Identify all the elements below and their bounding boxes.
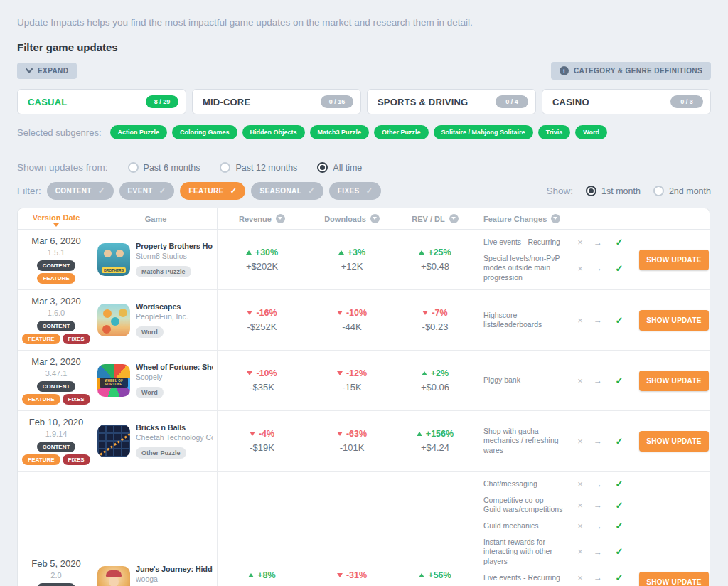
badge-content: CONTENT bbox=[37, 442, 76, 452]
feature-change-item: Shop with gacha mechanics / refreshing w… bbox=[483, 427, 632, 454]
show-update-button[interactable]: SHOW UPDATE bbox=[639, 250, 709, 270]
revenue-value: +$202K bbox=[246, 261, 278, 272]
subgenre-chip-other-puzzle[interactable]: Other Puzzle bbox=[374, 125, 429, 139]
feature-changes-cell: Chat/messaging×→✓Competitive co-op - Gui… bbox=[473, 472, 638, 586]
present-icon: ✓ bbox=[606, 375, 632, 386]
category-card-sports-driving[interactable]: SPORTS & DRIVING0 / 4 bbox=[367, 89, 536, 114]
check-icon: ✓ bbox=[366, 186, 373, 196]
column-header-label: REV / DL bbox=[412, 215, 444, 223]
column-header-rev-dl[interactable]: REV / DL bbox=[397, 208, 473, 229]
game-genre-chip: Match3 Puzzle bbox=[136, 266, 191, 277]
rev-dl-value: +$4.24 bbox=[421, 442, 449, 453]
subgenre-chip-match3-puzzle[interactable]: Match3 Puzzle bbox=[310, 125, 370, 139]
column-header-downloads[interactable]: Downloads bbox=[306, 208, 397, 229]
subgenre-chip-solitaire-mahjong-solitaire[interactable]: Solitaire / Mahjong Solitaire bbox=[434, 125, 533, 139]
subgenre-chip-trivia[interactable]: Trivia bbox=[538, 125, 571, 139]
time-filter-option-past-6-months[interactable]: Past 6 months bbox=[128, 162, 200, 173]
time-filter-option-past-12-months[interactable]: Past 12 months bbox=[220, 162, 297, 173]
property-brothers-icon bbox=[97, 243, 130, 276]
version-date-cell: Feb 5, 20202.0CONTENTFEATURE bbox=[18, 472, 95, 586]
revenue-percent: +8% bbox=[257, 570, 275, 580]
show-month-group: Show: 1st month2nd month bbox=[547, 186, 712, 196]
subgenre-chip-hidden-objects[interactable]: Hidden Objects bbox=[242, 125, 305, 139]
game-genre-chip: Word bbox=[136, 326, 164, 338]
definitions-button[interactable]: i CATEGORY & GENRE DEFINITIONS bbox=[551, 62, 711, 80]
filter-funnel-icon[interactable] bbox=[449, 214, 459, 223]
game-name[interactable]: Wordscapes bbox=[136, 302, 188, 311]
revenue-value: -$19K bbox=[250, 442, 274, 453]
filter-funnel-icon[interactable] bbox=[370, 214, 380, 223]
absent-icon: × bbox=[571, 521, 589, 531]
version-date-cell: Mar 6, 20201.5.1CONTENTFEATURE bbox=[18, 230, 95, 289]
trend-down-icon bbox=[337, 432, 343, 436]
show-update-button[interactable]: SHOW UPDATE bbox=[639, 431, 709, 452]
feature-label: Piggy bank bbox=[483, 375, 571, 385]
show-month-option-1st-month[interactable]: 1st month bbox=[586, 186, 641, 196]
feature-label: Shop with gacha mechanics / refreshing w… bbox=[483, 427, 571, 454]
actions-cell: SHOW UPDATE bbox=[638, 230, 710, 289]
feature-label: Competitive co-op - Guild wars/competiti… bbox=[483, 496, 571, 514]
show-update-button[interactable]: SHOW UPDATE bbox=[639, 310, 709, 331]
game-name[interactable]: Bricks n Balls bbox=[136, 423, 213, 432]
game-name[interactable]: Property Brothers Home... bbox=[136, 242, 213, 250]
downloads-cell: -31%-32K bbox=[306, 472, 397, 586]
badge-content: CONTENT bbox=[37, 321, 76, 331]
intro-text: Update Impacts helps you find the most i… bbox=[17, 17, 711, 28]
update-date: Feb 5, 2020 bbox=[31, 558, 80, 569]
subgenre-chip-word[interactable]: Word bbox=[575, 125, 607, 139]
arrow-icon: → bbox=[589, 263, 606, 273]
subgenre-chip-action-puzzle[interactable]: Action Puzzle bbox=[110, 125, 168, 139]
column-header-feature-changes[interactable]: Feature Changes bbox=[473, 208, 638, 229]
filter-funnel-icon[interactable] bbox=[551, 214, 560, 223]
game-name[interactable]: June's Journey: Hidden ... bbox=[136, 565, 213, 573]
category-cards: CASUAL8 / 29MID-CORE0 / 16SPORTS & DRIVI… bbox=[17, 89, 711, 114]
filter-chip-feature[interactable]: FEATURE✓ bbox=[180, 182, 245, 200]
column-header-label: Game bbox=[145, 215, 167, 223]
filter-chip-label: CONTENT bbox=[55, 187, 92, 195]
arrow-icon: → bbox=[589, 375, 606, 385]
absent-icon: × bbox=[571, 237, 589, 247]
filter-chip-content[interactable]: CONTENT✓ bbox=[47, 182, 114, 200]
trend-down-icon bbox=[337, 573, 343, 577]
show-month-option-2nd-month[interactable]: 2nd month bbox=[653, 186, 711, 196]
version-number: 1.6.0 bbox=[48, 309, 65, 317]
trend-down-icon bbox=[337, 371, 343, 375]
column-header-revenue[interactable]: Revenue bbox=[217, 208, 306, 229]
absent-icon: × bbox=[571, 546, 589, 557]
revenue-value: -$35K bbox=[250, 382, 274, 393]
downloads-percent: +3% bbox=[348, 247, 365, 257]
game-name[interactable]: Wheel of Fortune: Show... bbox=[136, 363, 213, 371]
filter-funnel-icon[interactable] bbox=[276, 214, 285, 223]
feature-changes-cell: Shop with gacha mechanics / refreshing w… bbox=[473, 411, 638, 471]
game-cell: WordscapesPeopleFun, Inc.Word bbox=[95, 290, 217, 350]
show-update-button[interactable]: SHOW UPDATE bbox=[639, 371, 709, 391]
feature-change-item: Live events - Recurring×→✓ bbox=[483, 237, 632, 247]
feature-label: Special levels/non-PvP modes outside mai… bbox=[483, 254, 571, 282]
present-icon: ✓ bbox=[606, 479, 632, 489]
check-icon: ✓ bbox=[308, 186, 315, 196]
expand-button[interactable]: EXPAND bbox=[17, 63, 77, 79]
rev-dl-value: +$0.06 bbox=[421, 382, 449, 393]
arrow-icon: → bbox=[589, 572, 606, 582]
filter-chip-event[interactable]: EVENT✓ bbox=[119, 182, 175, 200]
feature-label: Guild mechanics bbox=[483, 521, 571, 531]
wheel-of-fortune-icon bbox=[97, 364, 130, 397]
update-type-badges: CONTENTFEATURE bbox=[22, 260, 90, 284]
game-cell: Property Brothers Home...Storm8 StudiosM… bbox=[95, 230, 217, 289]
filter-chip-label: FEATURE bbox=[188, 187, 223, 195]
revenue-change: -10% bbox=[247, 368, 277, 378]
absent-icon: × bbox=[571, 572, 589, 583]
feature-label: Highscore lists/leaderboards bbox=[483, 311, 571, 329]
rev-dl-percent: -7% bbox=[432, 308, 447, 318]
category-card-casino[interactable]: CASINO0 / 3 bbox=[542, 89, 711, 114]
category-card-casual[interactable]: CASUAL8 / 29 bbox=[17, 89, 186, 114]
subgenres-label: Selected subgenres: bbox=[17, 127, 102, 138]
filter-chip-fixes[interactable]: FIXES✓ bbox=[329, 182, 382, 200]
filter-chip-seasonal[interactable]: SEASONAL✓ bbox=[251, 182, 323, 200]
show-update-button[interactable]: SHOW UPDATE bbox=[639, 572, 709, 586]
subgenre-chip-coloring-games[interactable]: Coloring Games bbox=[172, 125, 237, 139]
time-filter-option-all-time[interactable]: All time bbox=[317, 162, 362, 173]
badge-content: CONTENT bbox=[37, 260, 76, 271]
category-card-mid-core[interactable]: MID-CORE0 / 16 bbox=[192, 89, 361, 114]
column-header-version-date[interactable]: Version Date bbox=[18, 208, 95, 229]
